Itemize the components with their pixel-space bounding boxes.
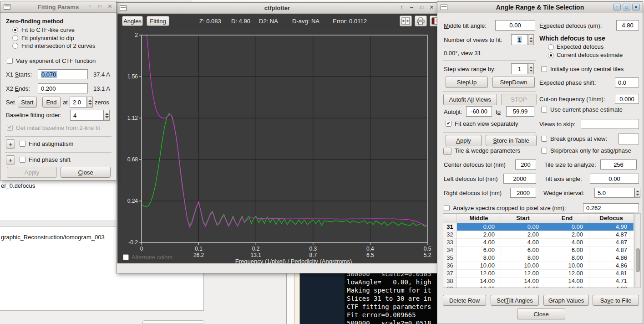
radio-fit-polynomial[interactable]: [12, 35, 18, 41]
step-up-icon[interactable]: [88, 100, 92, 102]
step-range-input[interactable]: 1: [511, 63, 528, 74]
autofit-from-input[interactable]: -60.00: [466, 106, 492, 117]
maximize-button[interactable]: □: [418, 4, 425, 11]
table-cell-end[interactable]: 4.00: [545, 239, 589, 246]
table-cell-middle[interactable]: 6.00: [457, 247, 501, 254]
fit-separately-checkbox[interactable]: [446, 121, 451, 127]
radio-expected-defocus[interactable]: [548, 44, 554, 50]
autofit-to-input[interactable]: 59.99: [506, 106, 534, 117]
step-range-stepper[interactable]: [528, 63, 534, 74]
delete-row-button[interactable]: Delete Row: [443, 295, 486, 306]
radio-find-intersection-label[interactable]: Find intersection of 2 curves: [21, 42, 96, 49]
table-cell-start[interactable]: 6.00: [501, 247, 545, 254]
radio-expected-defocus-label[interactable]: Expected defocus: [557, 43, 603, 50]
shade-button[interactable]: ↑: [86, 3, 93, 10]
step-up-icon[interactable]: [529, 67, 533, 68]
central-tiles-label[interactable]: Initially use only central tiles: [550, 66, 624, 72]
table-row[interactable]: 3610.0010.0010.004.86: [443, 262, 634, 270]
table-cell-end[interactable]: 8.00: [545, 254, 589, 262]
terminal-window[interactable]: 500000 scale2=0.0505lowAngle= 0.00, high…: [345, 273, 438, 324]
fit-separately-label[interactable]: Fit each view separately: [455, 120, 518, 127]
expected-defocus-input[interactable]: 4.80: [616, 20, 639, 31]
crop-spectra-checkbox[interactable]: [444, 205, 450, 211]
table-row[interactable]: 334.004.004.004.87: [443, 239, 634, 247]
row-number[interactable]: 36: [443, 262, 457, 269]
radio-fit-ctf-curve[interactable]: [12, 27, 18, 33]
radio-fit-polynomial-label[interactable]: Fit polynomial to dip: [21, 35, 74, 41]
table-cell-start[interactable]: 8.00: [501, 254, 545, 262]
skip-break-label[interactable]: Skip/break only for astig/phase: [550, 147, 631, 154]
table-cell-end[interactable]: 0.00: [545, 223, 589, 231]
step-down-button[interactable]: Step Down: [492, 77, 535, 88]
table-cell-start[interactable]: 2.00: [501, 231, 545, 238]
table-cell-end[interactable]: 10.00: [545, 262, 589, 269]
middle-tilt-input[interactable]: 0.00: [495, 20, 535, 31]
expand-astigmatism-button[interactable]: +: [6, 139, 15, 149]
table-cell-end[interactable]: 16.00: [545, 285, 589, 288]
graph-values-button[interactable]: Graph Values: [543, 295, 589, 306]
fitting-params-window[interactable]: Fitting Params ↑ □ ✕ Zero-finding method…: [0, 1, 117, 180]
step-up-icon[interactable]: [636, 190, 639, 192]
fitting-params-titlebar[interactable]: Fitting Params ↑ □ ✕: [0, 1, 116, 13]
vary-exponent-checkbox[interactable]: [7, 58, 13, 64]
views-skip-input[interactable]: [581, 119, 639, 129]
tile-size-input[interactable]: 256: [600, 159, 637, 170]
num-views-input[interactable]: 1: [511, 34, 528, 45]
column-header[interactable]: Middle: [457, 214, 501, 223]
expand-phase-shift-button[interactable]: +: [6, 155, 15, 165]
step-up-icon[interactable]: [105, 113, 109, 115]
baseline-order-input[interactable]: 4: [70, 110, 104, 121]
collapse-tile-wedge-button[interactable]: -: [443, 148, 451, 155]
plot-area[interactable]: -0.20.240.681.121.56200.126.20.213.10.38…: [117, 28, 438, 263]
crop-pixel-size-input[interactable]: 0.262: [583, 203, 639, 212]
stop-button[interactable]: STOP: [501, 94, 537, 105]
step-up-button[interactable]: Step Up: [446, 77, 488, 88]
phase-shift-input[interactable]: 0.0: [615, 77, 639, 87]
table-row[interactable]: 346.006.006.004.87: [443, 247, 634, 254]
wedge-interval-input[interactable]: 5.0: [594, 188, 634, 198]
table-cell-defocus[interactable]: 4.90: [589, 223, 634, 231]
table-cell-defocus[interactable]: 4.86: [589, 254, 634, 262]
angle-dialog-titlebar[interactable]: Angle Range & Tile Selection ↑ □ ✕: [437, 2, 643, 13]
table-cell-middle[interactable]: 2.00: [457, 231, 501, 238]
table-cell-start[interactable]: 0.00: [501, 223, 545, 231]
table-cell-middle[interactable]: 0.00: [457, 223, 501, 231]
row-number[interactable]: 38: [443, 278, 457, 285]
table-cell-middle[interactable]: 16.00: [457, 285, 501, 288]
ctfplotter-titlebar[interactable]: ctfplotter ↑ – □ ✕: [117, 3, 438, 14]
table-cell-defocus[interactable]: 4.87: [589, 239, 634, 246]
radio-fit-ctf-curve-label[interactable]: Fit to CTF-like curve: [21, 26, 75, 33]
close-button[interactable]: Close: [517, 309, 565, 319]
crop-spectra-label[interactable]: Analyze spectra cropped to pixel size (n…: [453, 205, 566, 211]
row-number[interactable]: 37: [443, 270, 457, 277]
close-button[interactable]: ✕: [428, 4, 435, 11]
table-row[interactable]: 3916.0016.0016.004.68: [443, 285, 634, 288]
step-down-icon[interactable]: [88, 103, 92, 105]
ctfplotter-window[interactable]: ctfplotter ↑ – □ ✕ Angles Fitting Z: 0.0…: [116, 2, 438, 273]
x2-ends-input[interactable]: 0.200: [38, 83, 88, 93]
table-cell-end[interactable]: 14.00: [545, 278, 589, 285]
fitting-button[interactable]: Fitting: [147, 16, 169, 26]
maximize-button[interactable]: □: [623, 4, 630, 10]
zeros-stepper[interactable]: [87, 97, 93, 108]
table-row[interactable]: 322.002.002.004.87: [443, 231, 634, 239]
step-down-icon[interactable]: [105, 116, 109, 118]
shade-button[interactable]: ↑: [398, 4, 405, 11]
break-groups-label[interactable]: Break groups at view:: [550, 135, 607, 142]
step-down-icon[interactable]: [529, 70, 533, 72]
table-cell-start[interactable]: 10.00: [501, 262, 545, 269]
table-cell-start[interactable]: 4.00: [501, 239, 545, 246]
row-number[interactable]: 35: [443, 254, 457, 262]
table-row[interactable]: 310.000.000.004.90: [443, 223, 634, 231]
table-cell-middle[interactable]: 12.00: [457, 270, 501, 277]
central-tiles-checkbox[interactable]: [541, 66, 547, 72]
table-cell-end[interactable]: 2.00: [545, 231, 589, 238]
vary-exponent-label[interactable]: Vary exponent of CTF function: [16, 57, 96, 64]
find-phase-shift-checkbox[interactable]: [20, 157, 25, 163]
column-header[interactable]: Start: [501, 214, 545, 223]
radio-current-defocus[interactable]: [548, 52, 554, 58]
break-groups-checkbox[interactable]: [541, 136, 547, 142]
tilt-angle-table[interactable]: Middle Start End Defocus 310.000.000.004…: [443, 213, 634, 288]
table-cell-end[interactable]: 6.00: [545, 247, 589, 254]
table-cell-defocus[interactable]: 4.87: [589, 231, 634, 238]
